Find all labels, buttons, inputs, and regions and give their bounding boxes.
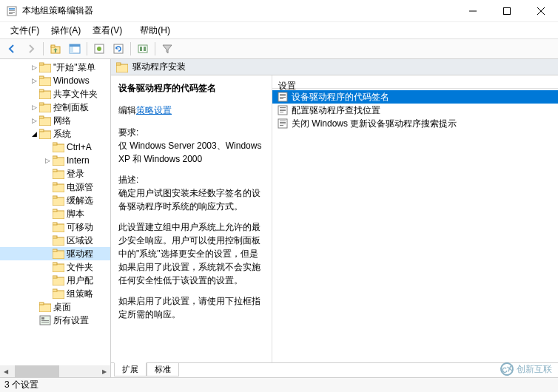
tree-item[interactable]: ▷Windows — [0, 74, 110, 87]
svg-rect-76 — [280, 122, 286, 123]
expander-open-icon[interactable]: ◢ — [30, 129, 38, 138]
svg-rect-56 — [39, 304, 51, 312]
scroll-right-icon[interactable]: ▶ — [98, 365, 110, 377]
svg-rect-29 — [39, 116, 44, 118]
scroll-left-icon[interactable]: ◀ — [0, 365, 12, 377]
expander-closed-icon[interactable]: ▷ — [30, 116, 38, 125]
tree-item[interactable]: 共享文件夹 — [0, 87, 110, 101]
list-item[interactable]: 关闭 Windows 更新设备驱动程序搜索提示 — [272, 117, 558, 130]
menu-view[interactable]: 查看(V) — [87, 23, 128, 38]
tree-item-label: 网络 — [53, 115, 71, 127]
expander-closed-icon — [43, 209, 52, 218]
tree-item[interactable]: 缓解选 — [0, 194, 110, 207]
scroll-thumb[interactable] — [15, 365, 59, 377]
tree-item[interactable]: 区域设 — [0, 234, 110, 247]
tab-standard[interactable]: 标准 — [147, 363, 179, 376]
tree[interactable]: ▷"开始"菜单▷Windows共享文件夹▷控制面板▷网络◢系统Ctrl+A▷In… — [0, 59, 110, 365]
svg-rect-25 — [39, 89, 44, 92]
tree-item[interactable]: 所有设置 — [0, 314, 110, 327]
expander-closed-icon[interactable]: ▷ — [30, 103, 38, 112]
svg-rect-54 — [53, 291, 64, 299]
folder-icon — [53, 195, 64, 206]
tree-item[interactable]: 电源管 — [0, 180, 110, 194]
svg-rect-34 — [53, 158, 64, 166]
folder-icon — [53, 288, 64, 299]
svg-rect-27 — [39, 103, 44, 105]
tree-item[interactable]: 可移动 — [0, 220, 110, 234]
tree-item[interactable]: 桌面 — [0, 300, 110, 314]
tab-extended[interactable]: 扩展 — [114, 362, 147, 376]
folder-icon — [39, 62, 51, 72]
svg-rect-41 — [53, 196, 57, 198]
menu-action[interactable]: 操作(A) — [45, 23, 87, 38]
minimize-button[interactable] — [456, 0, 490, 22]
settings-list[interactable]: 设备驱动程序的代码签名配置驱动程序查找位置关闭 Windows 更新设备驱动程序… — [272, 89, 558, 362]
tree-item-label: 所有设置 — [53, 314, 89, 327]
refresh-button[interactable] — [110, 41, 127, 57]
tree-item[interactable]: 用户配 — [0, 274, 110, 287]
svg-rect-3 — [9, 12, 15, 13]
app-icon — [6, 5, 18, 17]
svg-rect-68 — [280, 98, 283, 99]
show-hide-tree-button[interactable] — [66, 41, 84, 57]
tree-item[interactable]: ▷"开始"菜单 — [0, 61, 110, 74]
svg-rect-23 — [39, 76, 44, 78]
svg-rect-40 — [53, 197, 64, 206]
tree-item[interactable]: 登录 — [0, 167, 110, 180]
list-header[interactable]: 设置 — [272, 75, 558, 89]
export-button[interactable] — [134, 41, 152, 57]
tree-h-scrollbar[interactable]: ◀ ▶ — [0, 365, 110, 377]
tree-item[interactable]: ▷网络 — [0, 114, 110, 127]
svg-rect-32 — [53, 144, 64, 152]
svg-rect-36 — [53, 171, 64, 179]
maximize-button[interactable] — [490, 0, 524, 22]
folder-icon — [53, 169, 64, 179]
expander-closed-icon — [43, 223, 52, 232]
expander-closed-icon[interactable]: ▷ — [30, 63, 38, 72]
expander-closed-icon[interactable]: ▷ — [30, 76, 38, 85]
desc-title: 设备驱动程序的代码签名 — [118, 81, 264, 95]
tree-item[interactable]: ▷Intern — [0, 154, 110, 167]
expander-closed-icon — [30, 316, 38, 325]
expander-closed-icon — [30, 89, 38, 98]
forward-button[interactable] — [22, 41, 40, 57]
tree-item-label: "开始"菜单 — [53, 61, 95, 74]
properties-button[interactable] — [90, 41, 108, 57]
close-button[interactable] — [524, 0, 558, 22]
expander-closed-icon[interactable]: ▷ — [43, 156, 52, 165]
tree-item[interactable]: 驱动程 — [0, 247, 110, 260]
svg-rect-78 — [280, 125, 283, 126]
up-button[interactable] — [47, 41, 64, 57]
tree-item-label: 桌面 — [53, 301, 71, 314]
tree-item[interactable]: 脚本 — [0, 207, 110, 220]
folder-icon — [116, 62, 128, 72]
list-item[interactable]: 设备驱动程序的代码签名 — [272, 90, 558, 104]
tree-item[interactable]: ◢系统 — [0, 127, 110, 141]
svg-rect-59 — [41, 317, 44, 320]
filter-button[interactable] — [158, 41, 176, 57]
svg-rect-28 — [39, 118, 51, 126]
svg-rect-12 — [70, 44, 80, 47]
svg-rect-13 — [70, 47, 73, 53]
tree-item-label: 控制面板 — [53, 101, 89, 114]
description-column: 设备驱动程序的代码签名 编辑策略设置 要求:仅 Windows Server 2… — [111, 75, 272, 362]
svg-rect-17 — [138, 45, 147, 53]
folder-icon — [39, 75, 51, 86]
list-item[interactable]: 配置驱动程序查找位置 — [272, 104, 558, 117]
folder-icon — [53, 142, 64, 152]
menu-help[interactable]: 帮助(H) — [134, 23, 176, 38]
policy-settings-link[interactable]: 策略设置 — [136, 105, 172, 115]
list-column: 设置 设备驱动程序的代码签名配置驱动程序查找位置关闭 Windows 更新设备驱… — [272, 75, 558, 362]
back-button[interactable] — [3, 41, 21, 57]
tree-item[interactable]: 文件夹 — [0, 260, 110, 274]
svg-rect-61 — [41, 322, 49, 322]
tree-item[interactable]: ▷控制面板 — [0, 101, 110, 114]
svg-rect-39 — [53, 183, 57, 185]
tree-item[interactable]: Ctrl+A — [0, 141, 110, 154]
folder-icon — [53, 262, 64, 272]
expander-closed-icon — [43, 289, 52, 298]
menu-file[interactable]: 文件(F) — [4, 23, 45, 38]
desc-label: 描述: — [118, 175, 138, 185]
svg-rect-22 — [39, 78, 51, 86]
tree-item[interactable]: 组策略 — [0, 287, 110, 300]
